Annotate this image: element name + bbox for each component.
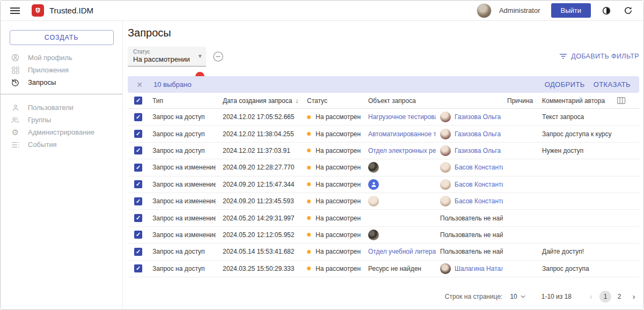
request-date: 2024.09.20 12:15:47.344 (216, 176, 299, 193)
author-avatar (440, 263, 451, 274)
sidebar-item-groups[interactable]: Группы (1, 114, 122, 126)
object-link[interactable]: Отдел электронных ресур (368, 147, 436, 154)
create-button[interactable]: СОЗДАТЬ (10, 30, 114, 45)
status-dot-icon (307, 182, 311, 186)
status-label: На рассмотрении (316, 265, 361, 272)
object-avatar[interactable] (368, 230, 379, 240)
sidebar-item-events[interactable]: События (1, 138, 122, 151)
row-end-spacer (617, 159, 639, 175)
author-link[interactable]: Газизова Ольга Нико (455, 147, 503, 154)
row-checkbox[interactable] (134, 214, 142, 222)
sidebar-item-label: Администрирование (28, 128, 94, 136)
request-type: Запрос на доступ (147, 261, 216, 277)
logout-button[interactable]: Выйти (551, 3, 591, 18)
author-avatar (440, 129, 451, 139)
sidebar-item-applications[interactable]: Приложения (1, 64, 122, 76)
table-row: Запрос на изменение фо2024.09.20 12:28:2… (128, 159, 639, 176)
remove-filter-icon[interactable] (213, 51, 224, 62)
approve-button[interactable]: ОДОБРИТЬ (545, 80, 585, 88)
hamburger-menu-icon[interactable] (10, 7, 20, 14)
page-button-1[interactable]: 1 (599, 291, 611, 302)
column-date[interactable]: Дата создания запроса ↓ (216, 93, 299, 108)
request-comment (538, 176, 617, 193)
sidebar-item-users[interactable]: Пользователи (1, 101, 122, 114)
prev-page-icon[interactable]: ‹ (586, 292, 596, 301)
request-reason (503, 243, 538, 260)
row-checkbox[interactable] (134, 231, 142, 239)
status-dot-icon (307, 267, 311, 270)
sidebar-item-label: Группы (28, 116, 51, 124)
request-object: Нагрузочное тестировань (361, 109, 436, 125)
object-link[interactable]: Отдел учебной литератур (368, 248, 436, 255)
select-all-checkbox[interactable] (134, 97, 142, 105)
sidebar-item-label: Запросы (28, 78, 56, 86)
request-object (361, 227, 436, 243)
reject-button[interactable]: ОТКАЗАТЬ (594, 80, 631, 88)
author-link[interactable]: Басов Константин (455, 197, 503, 205)
request-date: 2024.03.25 15:50:29.333 (216, 261, 299, 277)
request-author: Газизова Ольга Нико (436, 126, 503, 142)
author-link[interactable]: Шалагина Наталья (455, 265, 503, 272)
object-link[interactable]: Нагрузочное тестировань (368, 113, 436, 121)
status-filter-dropdown[interactable]: Статус На рассмотрении ▼ (128, 47, 206, 67)
request-date: 2024.05.14 15:53:41.682 (216, 243, 299, 260)
refresh-icon[interactable] (622, 5, 634, 17)
rows-per-page-label: Строк на странице: (445, 293, 503, 300)
column-user (436, 93, 503, 108)
sidebar-item-my-profile[interactable]: Мой профиль (1, 51, 122, 64)
user-avatar[interactable] (477, 3, 492, 18)
add-filter-button[interactable]: ДОБАВИТЬ ФИЛЬТР (559, 53, 639, 60)
row-checkbox-cell (128, 261, 147, 277)
request-author: Газизова Ольга Нико (436, 143, 503, 159)
view-columns-icon[interactable] (617, 97, 626, 105)
table-row: Запрос на доступ2024.03.25 15:50:29.333Н… (128, 261, 639, 277)
selection-count: 10 выбрано (153, 80, 192, 88)
sidebar-item-requests[interactable]: Запросы (1, 76, 122, 88)
sidebar-item-label: Мой профиль (28, 54, 72, 62)
column-object: Объект запроса (361, 93, 436, 108)
row-checkbox[interactable] (134, 264, 142, 272)
request-type: Запрос на доступ (147, 109, 216, 125)
row-end-spacer (617, 193, 639, 209)
object-avatar[interactable] (368, 179, 379, 190)
row-checkbox[interactable] (134, 180, 142, 188)
table-footer: Строк на странице: 10 1-10 из 18 ‹ 12 › (445, 291, 639, 302)
row-end-spacer (617, 243, 639, 260)
next-page-icon[interactable]: › (628, 292, 639, 301)
object-link[interactable]: Автоматизированное тес (368, 130, 436, 138)
status-dot-icon (307, 233, 311, 237)
author-link[interactable]: Басов Константин (455, 181, 503, 188)
object-avatar[interactable] (368, 162, 379, 173)
table-row: Запрос на доступ2024.05.14 15:53:41.682Н… (128, 243, 639, 260)
request-comment (538, 193, 617, 209)
row-checkbox[interactable] (134, 130, 142, 138)
theme-toggle-icon[interactable] (601, 5, 612, 17)
filter-row: Статус На рассмотрении ▼ ДОБАВИТЬ ФИЛЬТР (128, 47, 639, 66)
add-filter-label: ДОБАВИТЬ ФИЛЬТР (571, 53, 639, 60)
request-reason (503, 227, 538, 243)
filter-label: Статус (133, 49, 190, 55)
rows-per-page-select[interactable]: 10 (510, 293, 525, 300)
clear-selection-icon[interactable]: ✕ (135, 80, 144, 89)
author-link[interactable]: Газизова Ольга Нико (455, 113, 503, 121)
request-status: На рассмотрении (299, 227, 361, 243)
request-reason (503, 159, 538, 175)
status-label: На рассмотрении (316, 215, 361, 222)
author-link[interactable]: Басов Константин (455, 164, 503, 171)
author-link[interactable]: Газизова Ольга Нико (455, 130, 503, 138)
table-body: Запрос на доступ2024.12.02 17:05:52.665Н… (128, 109, 639, 277)
row-checkbox[interactable] (134, 146, 142, 154)
row-checkbox-cell (128, 227, 147, 243)
row-checkbox[interactable] (134, 197, 142, 205)
row-checkbox[interactable] (134, 164, 142, 172)
request-comment (538, 210, 617, 226)
row-checkbox[interactable] (134, 248, 142, 256)
sort-desc-icon[interactable]: ↓ (295, 97, 298, 105)
object-avatar[interactable] (368, 196, 379, 206)
sidebar-item-administration[interactable]: ⚙Администрирование (1, 126, 122, 138)
request-author: Пользователь не найден (436, 227, 503, 243)
page-button-2[interactable]: 2 (613, 291, 625, 302)
author-avatar (440, 112, 451, 122)
request-reason (503, 176, 538, 193)
row-checkbox[interactable] (134, 113, 142, 121)
